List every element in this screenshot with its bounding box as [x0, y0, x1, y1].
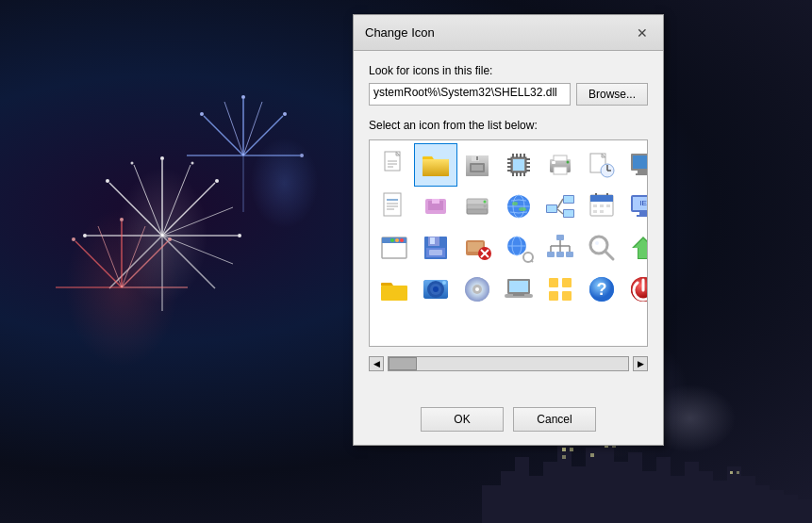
svg-rect-127: [564, 196, 573, 203]
svg-rect-198: [562, 278, 572, 287]
icon-power-button[interactable]: [622, 269, 648, 310]
icon-laptop-screen[interactable]: [498, 269, 539, 310]
icon-network-computers[interactable]: [539, 186, 581, 227]
svg-rect-92: [554, 167, 567, 174]
svg-point-192: [475, 287, 479, 291]
svg-rect-166: [556, 235, 564, 240]
icon-folder-yellow[interactable]: [415, 144, 456, 186]
svg-rect-200: [562, 291, 572, 301]
icon-printer[interactable]: [539, 144, 581, 186]
icons-list-container: IE: [369, 139, 648, 347]
svg-rect-69: [472, 165, 483, 171]
svg-point-123: [519, 207, 526, 211]
icon-drive-stack[interactable]: [456, 186, 498, 227]
svg-rect-196: [513, 294, 524, 296]
icon-floppy-disk[interactable]: [456, 144, 498, 186]
ok-button[interactable]: OK: [421, 407, 504, 432]
svg-rect-168: [556, 252, 564, 257]
svg-rect-137: [600, 204, 604, 207]
svg-point-149: [395, 238, 399, 242]
svg-point-117: [484, 205, 487, 208]
icon-drive-floppy[interactable]: [415, 186, 456, 227]
icon-save-disk[interactable]: [415, 227, 456, 269]
svg-rect-155: [429, 250, 442, 255]
svg-rect-138: [606, 204, 610, 207]
icon-help-circle[interactable]: ?: [581, 269, 622, 310]
svg-rect-140: [600, 210, 604, 213]
svg-text:?: ?: [597, 280, 607, 299]
svg-rect-65: [423, 159, 449, 176]
svg-point-118: [484, 210, 487, 213]
icon-document-lines[interactable]: [373, 186, 415, 227]
svg-line-131: [557, 209, 563, 214]
svg-rect-102: [633, 155, 648, 169]
svg-rect-194: [509, 281, 528, 292]
scrollbar-track[interactable]: [388, 356, 629, 371]
svg-point-177: [592, 238, 605, 252]
svg-line-130: [557, 199, 563, 208]
svg-rect-133: [590, 195, 613, 202]
select-icons-label: Select an icon from the list below:: [369, 119, 648, 132]
icon-calendar-document[interactable]: [581, 186, 622, 227]
icon-grid-squares[interactable]: [539, 269, 581, 310]
svg-rect-103: [638, 171, 648, 173]
svg-point-187: [433, 286, 439, 292]
icon-empty-window[interactable]: [373, 227, 415, 269]
svg-rect-139: [593, 210, 597, 213]
close-button[interactable]: ✕: [633, 24, 652, 42]
scrollbar-area: ◀ ▶: [369, 356, 648, 371]
change-icon-dialog: Change Icon ✕ Look for icons in this fil…: [353, 14, 664, 446]
icon-small-folder[interactable]: [373, 269, 415, 310]
svg-text:IE: IE: [639, 199, 647, 207]
svg-rect-182: [381, 286, 407, 301]
svg-point-95: [567, 161, 570, 164]
svg-rect-71: [476, 156, 478, 160]
cancel-button[interactable]: Cancel: [513, 407, 596, 432]
svg-rect-93: [554, 155, 567, 161]
svg-line-165: [531, 260, 533, 262]
dialog-footer: OK Cancel: [354, 398, 663, 445]
svg-rect-199: [549, 291, 558, 301]
svg-point-122: [512, 202, 518, 205]
icon-network-tree[interactable]: [539, 227, 581, 269]
dialog-title: Change Icon: [365, 25, 435, 40]
svg-line-179: [605, 252, 613, 259]
icon-hard-drive-blue[interactable]: [415, 269, 456, 310]
svg-point-116: [484, 201, 487, 204]
svg-point-148: [400, 238, 404, 242]
browse-button[interactable]: Browse...: [576, 83, 648, 106]
svg-point-150: [390, 238, 394, 242]
scrollbar-thumb[interactable]: [389, 357, 417, 370]
icon-blank-page[interactable]: [373, 144, 415, 186]
icon-optical-disc[interactable]: [456, 269, 498, 310]
svg-rect-73: [513, 159, 524, 171]
svg-point-188: [442, 281, 446, 285]
svg-rect-136: [593, 204, 597, 207]
scroll-left-button[interactable]: ◀: [369, 356, 384, 371]
svg-rect-112: [432, 199, 439, 204]
icon-green-arrow[interactable]: [622, 227, 648, 269]
scroll-right-button[interactable]: ▶: [633, 356, 648, 371]
icon-drive-error[interactable]: [456, 227, 498, 269]
svg-rect-169: [566, 252, 573, 257]
dialog-titlebar: Change Icon ✕: [354, 15, 663, 51]
file-field-label: Look for icons in this file:: [369, 64, 648, 77]
svg-rect-143: [639, 212, 647, 215]
icon-monitor-blue[interactable]: IE: [622, 186, 648, 227]
icon-clock-document[interactable]: [581, 144, 622, 186]
svg-rect-129: [564, 210, 573, 217]
dialog-body: Look for icons in this file: ystemRoot%\…: [354, 51, 663, 398]
file-row: ystemRoot%\System32\SHELL32.dll Browse..…: [369, 83, 648, 106]
icon-magnifier[interactable]: [581, 227, 622, 269]
icon-old-monitor[interactable]: [622, 144, 648, 186]
icon-globe-scan[interactable]: [498, 227, 539, 269]
svg-rect-153: [430, 237, 435, 244]
svg-rect-167: [547, 252, 555, 257]
file-path-input[interactable]: ystemRoot%\System32\SHELL32.dll: [369, 83, 571, 106]
svg-rect-197: [549, 278, 558, 287]
icon-globe-earth[interactable]: [498, 186, 539, 227]
svg-rect-94: [552, 161, 555, 164]
svg-rect-125: [547, 205, 556, 212]
icons-grid: IE: [370, 140, 647, 314]
icon-cpu-chip[interactable]: [498, 144, 539, 186]
